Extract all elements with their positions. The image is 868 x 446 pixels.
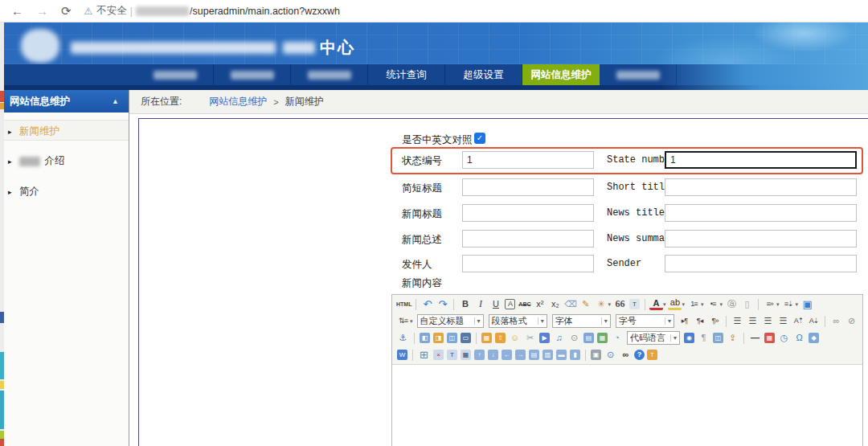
page-break-icon[interactable]: ◔ [610,331,624,345]
horizontal-rule-icon[interactable]: — [748,331,762,345]
sidebar-header[interactable]: 网站信息维护 ▲ [0,90,129,113]
redo-icon[interactable]: ↷ [436,297,449,311]
unordered-list-icon[interactable]: •≡ [706,297,720,311]
insert-file-icon[interactable]: ▤ [583,333,594,343]
font-size-select[interactable]: 字号▾ [616,314,674,328]
short-title-en-input[interactable] [665,178,857,196]
fullscreen-icon[interactable]: ▣ [800,297,814,311]
nav-tab-redacted-4[interactable] [600,64,677,85]
anchor-a-icon[interactable]: ⓐ [725,297,739,311]
uppercase-icon[interactable]: A⇡ [792,314,805,328]
custom-heading-select[interactable]: 自定义标题▾ [417,314,484,328]
news-summary-cn-input[interactable] [462,230,594,248]
insert-col-left-icon[interactable]: ← [502,350,512,360]
sidebar-item-news-maintenance[interactable]: ▸ 新闻维护 [0,120,129,141]
nav-tab-redacted-3[interactable] [291,64,368,85]
clock-icon[interactable]: ◷ [777,331,791,345]
quick-format-icon[interactable]: ✳ [594,297,608,311]
cell-properties-icon[interactable]: ▦ [461,350,471,360]
insert-row-above-icon[interactable]: ↑ [474,350,485,360]
editor-content-area[interactable] [392,365,862,446]
word-import-icon[interactable]: W [397,350,407,360]
font-color-icon[interactable]: A [649,298,663,310]
breadcrumb-link-section[interactable]: 网站信息维护 [209,95,267,108]
source-code-icon[interactable]: HTML [396,297,411,311]
italic-icon[interactable]: I [473,297,487,311]
delete-col-icon[interactable]: ▮ [570,350,580,360]
ordered-list-icon[interactable]: 1≡ [687,297,701,311]
nav-tab-redacted-2[interactable] [214,64,291,85]
strikethrough-icon[interactable]: ABC [518,297,531,311]
format-brush-icon[interactable]: ✎ [579,297,592,311]
preview-icon[interactable]: ⊙ [604,348,617,362]
state-number-en-input[interactable] [665,151,857,169]
delete-row-icon[interactable]: ▬ [556,350,567,360]
paragraph-indent-icon[interactable]: ¶» [708,314,722,328]
ltr-icon[interactable]: ▸¶ [678,314,691,328]
insert-row-below-icon[interactable]: ↓ [488,350,498,360]
remove-format-icon[interactable]: ⌫ [563,297,577,311]
image-float-right-icon[interactable]: ◨ [433,333,444,343]
help-icon[interactable]: ? [634,350,645,360]
sender-cn-input[interactable] [462,255,594,272]
align-center-icon[interactable]: ☰ [746,314,760,328]
superscript-icon[interactable]: x² [533,297,547,311]
print-icon[interactable]: ▣ [591,350,601,360]
image-float-left-icon[interactable]: ◧ [420,333,430,343]
subscript-icon[interactable]: x₂ [548,297,562,311]
special-char-icon[interactable]: Ω [792,331,806,345]
image-inline-icon[interactable]: ▭ [461,333,471,343]
sender-en-input[interactable] [665,255,857,272]
find-replace-icon[interactable]: ∞ [619,348,633,362]
quote-paragraph-icon[interactable]: ¶ [697,331,710,345]
map-icon[interactable]: ▦ [597,333,608,343]
flash-icon[interactable]: ▶ [539,333,550,343]
nav-tab-super-settings[interactable]: 超级设置 [445,64,522,85]
state-number-cn-input[interactable] [462,151,594,169]
attachment-icon[interactable]: ⊙ [567,331,581,345]
iframe-icon[interactable]: ◫ [713,333,723,343]
insert-col-right-icon[interactable]: → [515,350,526,360]
news-summary-en-input[interactable] [665,230,857,248]
boxed-a-icon[interactable]: A [505,299,515,309]
news-title-cn-input[interactable] [462,204,594,222]
lowercase-icon[interactable]: A⇣ [807,314,821,328]
anchor-icon[interactable]: ⚓ [396,331,410,345]
nav-tab-redacted-1[interactable] [137,64,214,85]
address-bar[interactable]: ⚠ 不安全 | /superadmin/main.action?wzxxwh [84,4,340,18]
highlight-color-icon[interactable]: ab [668,298,682,310]
reload-icon[interactable]: ⟳ [61,4,72,18]
quick-paste-icon[interactable]: T [647,350,657,360]
undo-icon[interactable]: ↶ [420,297,434,311]
insert-image-icon[interactable]: ▦ [481,333,492,343]
bilingual-checkbox[interactable]: ✓ [474,133,485,144]
unlink-icon[interactable]: ⊘ [845,314,858,328]
delete-table-icon[interactable]: × [433,350,444,360]
screenshot-icon[interactable]: ✂ [523,331,537,345]
insert-table-icon[interactable]: ⊞ [417,348,431,362]
font-family-select[interactable]: 字体▾ [552,314,611,328]
upload-image-icon[interactable]: ⇧ [495,333,506,343]
news-title-en-input[interactable] [665,204,857,222]
align-right-icon[interactable]: ☰ [761,314,775,328]
forward-icon[interactable]: → [36,4,48,18]
align-left-icon[interactable]: ☰ [731,314,744,328]
bold-icon[interactable]: B [458,297,472,311]
short-title-cn-input[interactable] [462,178,594,196]
underline-icon[interactable]: U [489,297,502,311]
link-icon[interactable]: ∞ [829,314,843,328]
nav-tab-website-info-maintenance[interactable]: 网站信息维护 [522,64,600,85]
line-height-icon[interactable]: ⇅≡ [396,314,410,328]
rtl-icon[interactable]: ¶◂ [693,314,706,328]
media-icon[interactable]: ♫ [552,331,566,345]
split-cells-icon[interactable]: ▥ [542,350,553,360]
paste-icon[interactable]: T [629,299,640,309]
nav-tab-statistics-query[interactable]: 统计查询 [368,64,445,85]
back-icon[interactable]: ← [11,4,23,18]
line-break-icon[interactable]: ≡⇣ [782,297,796,311]
code-language-select[interactable]: 代码语言▾ [627,331,680,345]
table-properties-icon[interactable]: T [447,350,457,360]
emoticon-icon[interactable]: ☺ [508,331,522,345]
blockquote-icon[interactable]: 66 [613,297,627,311]
merge-cells-icon[interactable]: ▤ [529,350,539,360]
